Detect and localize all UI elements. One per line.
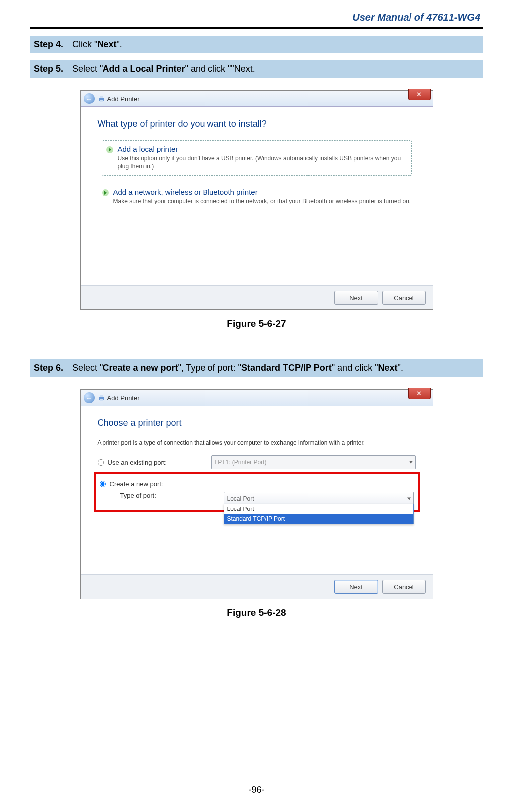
dialog-add-printer-1: ← Add Printer ✕ What type of printer do … bbox=[81, 91, 433, 309]
step-6-m2: " and click " bbox=[332, 363, 378, 373]
dialog-add-printer-2: ← Add Printer ✕ Choose a printer port A … bbox=[81, 390, 433, 599]
figure-1: ← Add Printer ✕ What type of printer do … bbox=[30, 91, 483, 329]
close-icon: ✕ bbox=[416, 91, 422, 98]
back-button-icon[interactable]: ← bbox=[84, 392, 95, 403]
next-button[interactable]: Next bbox=[334, 291, 378, 304]
step-6-label: Step 6. bbox=[34, 363, 63, 373]
type-of-port-list[interactable]: Local Port Standard TCP/IP Port bbox=[224, 504, 414, 524]
step-5-row: Step 5. Select "Add a Local Printer" and… bbox=[30, 60, 483, 78]
dialog1-body: What type of printer do you want to inst… bbox=[81, 107, 433, 285]
printer-icon bbox=[98, 394, 105, 402]
cancel-button[interactable]: Cancel bbox=[382, 580, 426, 594]
step-6-text: Select "Create a new port", Type of port… bbox=[72, 363, 403, 373]
svg-rect-2 bbox=[100, 100, 103, 102]
option-add-network[interactable]: Add a network, wireless or Bluetooth pri… bbox=[102, 184, 412, 210]
step-4-post: ". bbox=[116, 39, 122, 49]
step-6-m1: ", Type of port: " bbox=[178, 363, 242, 373]
option-network-title: Add a network, wireless or Bluetooth pri… bbox=[113, 188, 411, 196]
arrow-right-icon bbox=[106, 146, 114, 154]
step-5-text: Select "Add a Local Printer" and click "… bbox=[72, 64, 255, 74]
step-4-label: Step 4. bbox=[34, 39, 63, 50]
figure-1-caption: Figure 5-6-27 bbox=[227, 318, 286, 329]
chevron-down-icon bbox=[407, 498, 411, 500]
step-6-row: Step 6. Select "Create a new port", Type… bbox=[30, 359, 483, 377]
existing-port-combo: LPT1: (Printer Port) bbox=[211, 455, 416, 469]
radio-existing-label: Use an existing port: bbox=[108, 459, 207, 466]
radio-use-existing[interactable]: Use an existing port: LPT1: (Printer Por… bbox=[98, 455, 416, 469]
dialog2-subtext: A printer port is a type of connection t… bbox=[98, 439, 416, 446]
dialog2-heading: Choose a printer port bbox=[98, 418, 416, 428]
svg-rect-7 bbox=[100, 399, 103, 401]
dialog1-title: Add Printer bbox=[107, 95, 140, 102]
arrow-right-icon bbox=[102, 189, 109, 197]
cancel-button[interactable]: Cancel bbox=[382, 291, 426, 304]
dialog2-footer: Next Cancel bbox=[81, 574, 433, 599]
step-6-pre: Select " bbox=[72, 363, 103, 373]
step-4-row: Step 4. Click "Next". bbox=[30, 36, 483, 53]
option-local-title: Add a local printer bbox=[118, 145, 408, 153]
dialog2-title: Add Printer bbox=[107, 394, 140, 402]
svg-rect-6 bbox=[100, 395, 103, 397]
step-5-bold: Add a Local Printer bbox=[103, 64, 185, 74]
back-button-icon[interactable]: ← bbox=[84, 93, 95, 104]
dialog1-footer: Next Cancel bbox=[81, 285, 433, 309]
header-rule bbox=[30, 27, 483, 29]
radio-create-label: Create a new port: bbox=[110, 480, 209, 488]
svg-rect-1 bbox=[100, 96, 103, 98]
existing-port-value: LPT1: (Printer Port) bbox=[215, 459, 267, 466]
dialog1-heading: What type of printer do you want to inst… bbox=[98, 119, 416, 129]
step-4-pre: Click " bbox=[72, 39, 97, 49]
step-6-b2: Standard TCP/IP Port bbox=[241, 363, 332, 373]
step-6-post: ". bbox=[398, 363, 403, 373]
step-5-post: " and click ""Next. bbox=[185, 64, 255, 74]
page-number: -96- bbox=[0, 785, 513, 795]
dialog2-titlebar: ← Add Printer ✕ bbox=[81, 390, 433, 406]
option-local-sub: Use this option only if you don't have a… bbox=[118, 155, 408, 170]
step-6-b1: Create a new port bbox=[103, 363, 178, 373]
step-4-text: Click "Next". bbox=[72, 39, 122, 50]
next-button[interactable]: Next bbox=[334, 580, 378, 594]
step-6-b3: Next bbox=[378, 363, 398, 373]
close-icon: ✕ bbox=[416, 390, 422, 397]
radio-create-new[interactable]: Create a new port: bbox=[100, 480, 414, 488]
figure-2-caption: Figure 5-6-28 bbox=[227, 608, 286, 618]
step-5-label: Step 5. bbox=[34, 64, 63, 74]
dialog1-titlebar: ← Add Printer ✕ bbox=[81, 91, 433, 107]
type-of-port-label: Type of port: bbox=[100, 492, 220, 499]
step-5-pre: Select " bbox=[72, 64, 103, 74]
dd-item-local-port[interactable]: Local Port bbox=[224, 504, 413, 514]
type-of-port-value: Local Port bbox=[227, 495, 254, 502]
close-button[interactable]: ✕ bbox=[408, 89, 431, 100]
radio-existing-input[interactable] bbox=[98, 459, 104, 466]
option-network-sub: Make sure that your computer is connecte… bbox=[113, 198, 411, 205]
figure-2: ← Add Printer ✕ Choose a printer port A … bbox=[30, 390, 483, 618]
chevron-down-icon bbox=[409, 461, 413, 464]
option-add-local[interactable]: Add a local printer Use this option only… bbox=[102, 140, 412, 176]
printer-icon bbox=[98, 95, 105, 102]
dialog2-body: Choose a printer port A printer port is … bbox=[81, 406, 433, 574]
step-4-bold: Next bbox=[97, 39, 116, 49]
highlight-box: Create a new port: Type of port: Local P… bbox=[94, 472, 420, 512]
page-header: User Manual of 47611-WG4 bbox=[30, 0, 483, 27]
type-of-port-dropdown[interactable]: Local Port Local Port Standard TCP/IP Po… bbox=[224, 492, 414, 506]
dd-item-standard-tcpip[interactable]: Standard TCP/IP Port bbox=[224, 514, 413, 524]
close-button[interactable]: ✕ bbox=[408, 388, 431, 399]
radio-create-input[interactable] bbox=[100, 481, 106, 487]
